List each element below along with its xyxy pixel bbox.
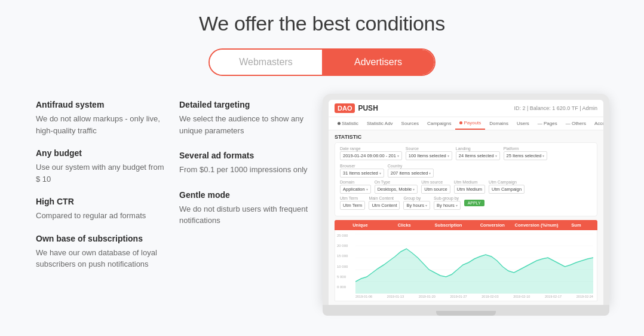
- chart-svg: [355, 234, 593, 294]
- filter-on-type-value[interactable]: Desktops, Mobile ▾: [375, 185, 418, 194]
- feature-budget: Any budget Use our system with any budge…: [36, 148, 167, 185]
- filter-sub-group-text: By hours: [437, 203, 455, 208]
- filter-utm-term-value[interactable]: Utm Term: [340, 201, 365, 210]
- page-wrapper: We offer the best conditions Webmasters …: [0, 0, 644, 336]
- filter-browser-arrow: ▾: [379, 171, 381, 175]
- dash-chart-area: 25 000 20 000 15 000 10 000 5 000 0 000: [335, 230, 597, 301]
- dash-header-info: ID: 2 | Balance: 1 620.0 TF | Admin: [514, 105, 597, 111]
- filter-browser-text: 31 Items selected: [343, 170, 378, 176]
- col-conversion: Conversion: [470, 222, 514, 228]
- filter-utm-term-text: Utm Term: [343, 203, 362, 208]
- tab-advertisers[interactable]: Advertisers: [322, 50, 434, 75]
- filter-utm-source-value[interactable]: Utm source: [421, 185, 450, 194]
- col-conversion-pct: Conversion (%/num): [514, 222, 559, 228]
- col-subscription: Subscription: [427, 222, 471, 228]
- tab-container: Webmasters Advertisers: [208, 48, 436, 76]
- col-unique: Unique: [338, 222, 382, 228]
- col-clicks: Clicks: [382, 222, 427, 228]
- x-label-4: 2019-01-27: [450, 295, 467, 298]
- x-label-1: 2019-01-06: [355, 295, 372, 298]
- nav-payouts[interactable]: Payouts: [455, 117, 485, 130]
- filter-date-value[interactable]: 2019-01-24 09:06:00 - 201 ▾: [340, 151, 402, 160]
- filter-domain-label: Domain: [340, 180, 371, 184]
- x-label-7: 2019-02-17: [545, 295, 562, 298]
- filter-group-by-value[interactable]: By hours ▾: [403, 201, 430, 210]
- laptop-screen: DAO PUSH ID: 2 | Balance: 1 620.0 TF | A…: [323, 94, 609, 305]
- filter-utm-source-label: Utm source: [421, 180, 450, 184]
- chart-y-labels: 25 000 20 000 15 000 10 000 5 000 0 000: [335, 234, 349, 289]
- feature-budget-title: Any budget: [36, 148, 167, 158]
- filter-row-3: Utm Term Utm Term Main Content Utm: [340, 196, 592, 210]
- nav-sources[interactable]: Sources: [397, 117, 423, 130]
- filter-landing-arrow: ▾: [495, 154, 497, 158]
- filter-domain-arrow: ▾: [366, 187, 368, 191]
- filter-group-by-text: By hours: [406, 203, 424, 208]
- filter-source-value[interactable]: 100 Items selected ▾: [406, 151, 452, 160]
- filter-utm-campaign-value[interactable]: Utm Campaign: [489, 185, 525, 194]
- filter-main-content-value[interactable]: Utm Content: [369, 201, 400, 210]
- feature-antifraud-title: Antifraud system: [36, 100, 167, 109]
- features-right: Detailed targeting We select the audienc…: [179, 100, 311, 227]
- filter-on-type-text: Desktops, Mobile: [378, 187, 412, 192]
- apply-button[interactable]: APPLY: [464, 200, 484, 206]
- filter-date-text: 2019-01-24 09:06:00 - 201: [343, 153, 396, 158]
- dash-table-header: Unique Clicks Subscription Conversion Co…: [335, 220, 597, 230]
- filter-platform-value[interactable]: 25 Items selected ▾: [504, 151, 548, 160]
- filter-country-value[interactable]: 207 items selected ▾: [388, 169, 434, 178]
- x-label-6: 2019-02-10: [513, 295, 530, 298]
- chart-svg-wrapper: [355, 234, 593, 294]
- nav-account[interactable]: Account: [590, 117, 603, 130]
- content-area: Antifraud system We do not allow markups…: [36, 100, 608, 316]
- col-sum: Sum: [559, 222, 594, 228]
- filter-utm-medium-value[interactable]: Utm Medium: [454, 185, 486, 194]
- filter-landing-label: Landing: [456, 146, 500, 151]
- feature-budget-desc: Use our system with any budget from $ 10: [36, 161, 167, 185]
- filter-browser: Browser 31 Items selected ▾: [340, 164, 384, 178]
- filter-domain-value[interactable]: Application ▾: [340, 185, 371, 194]
- nav-statistic-adv[interactable]: Statistic Adv: [363, 117, 397, 130]
- laptop-base: [323, 305, 609, 316]
- filter-utm-source-text: Utm source: [424, 187, 447, 192]
- filter-country: Country 207 items selected ▾: [388, 164, 434, 178]
- nav-domains[interactable]: Domains: [485, 117, 513, 130]
- filter-platform: Platform 25 Items selected ▾: [504, 146, 548, 160]
- filter-sub-group-value[interactable]: By hours ▾: [434, 201, 461, 210]
- filter-group-by: Group by By hours ▾: [403, 196, 430, 210]
- filter-country-text: 207 items selected: [391, 170, 428, 176]
- feature-subscriptions-desc: We have our own database of loyal subscr…: [36, 247, 167, 270]
- y-label-5: 25 000: [337, 234, 348, 237]
- nav-statistic[interactable]: Statistic: [333, 117, 363, 130]
- tab-webmasters[interactable]: Webmasters: [210, 50, 322, 75]
- filter-date-arrow: ▾: [397, 154, 399, 158]
- nav-campaigns[interactable]: Campaigns: [423, 117, 455, 130]
- filter-platform-arrow: ▾: [542, 154, 544, 158]
- feature-targeting: Detailed targeting We select the audienc…: [179, 100, 311, 136]
- filter-on-type-arrow: ▾: [413, 187, 415, 191]
- filter-utm-campaign: Utm Campaign Utm Campaign: [489, 180, 525, 194]
- y-label-2: 10 000: [337, 265, 348, 268]
- nav-users[interactable]: Users: [513, 117, 533, 130]
- filter-utm-medium-text: Utm Medium: [457, 187, 483, 192]
- filter-utm-term: Utm Term Utm Term: [340, 196, 365, 210]
- filter-landing-value[interactable]: 24 Items selected ▾: [456, 151, 500, 160]
- feature-formats-desc: From $0.1 per 1000 impressions only: [179, 164, 311, 176]
- nav-others[interactable]: — Others: [562, 117, 590, 130]
- dash-filters: Date range 2019-01-24 09:06:00 - 201 ▾ S…: [335, 142, 597, 216]
- tab-switcher: Webmasters Advertisers: [36, 48, 608, 76]
- filter-date: Date range 2019-01-24 09:06:00 - 201 ▾: [340, 146, 402, 160]
- dashboard-screen: DAO PUSH ID: 2 | Balance: 1 620.0 TF | A…: [329, 100, 603, 305]
- filter-browser-value[interactable]: 31 Items selected ▾: [340, 169, 384, 178]
- filter-landing: Landing 24 Items selected ▾: [456, 146, 500, 160]
- y-label-0: 0 000: [337, 285, 348, 289]
- filter-platform-text: 25 Items selected: [507, 153, 542, 158]
- x-label-2: 2019-01-13: [387, 295, 404, 298]
- filter-utm-campaign-label: Utm Campaign: [489, 180, 525, 184]
- x-label-5: 2019-02-03: [482, 295, 498, 298]
- dash-header: DAO PUSH ID: 2 | Balance: 1 620.0 TF | A…: [329, 100, 603, 117]
- page-title: We offer the best conditions: [36, 12, 608, 35]
- logo-dao: DAO: [335, 103, 355, 113]
- features-left: Antifraud system We do not allow markups…: [36, 100, 167, 270]
- filter-landing-text: 24 Items selected: [459, 153, 494, 158]
- feature-subscriptions-title: Own base of subscriptions: [36, 234, 167, 243]
- nav-pages[interactable]: — Pages: [533, 117, 562, 130]
